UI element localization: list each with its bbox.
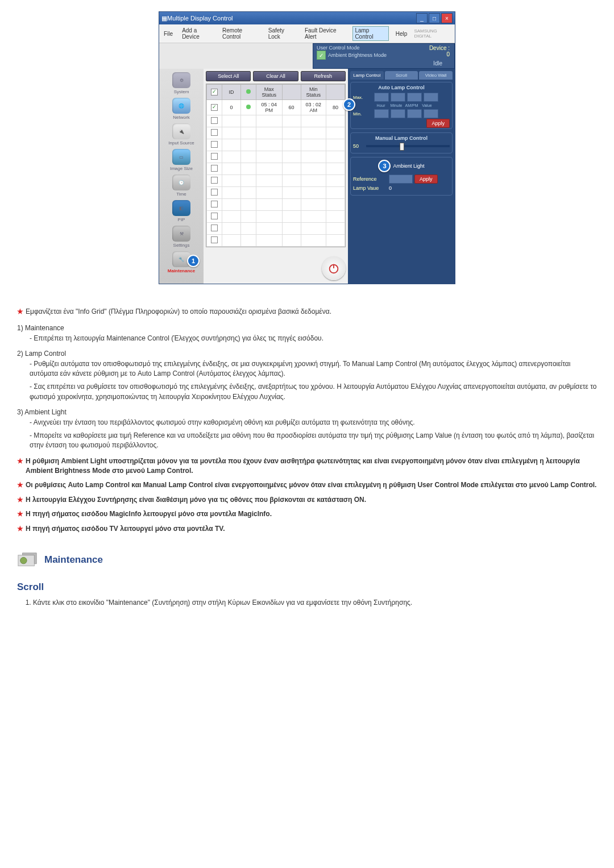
table-row[interactable] — [207, 187, 345, 199]
table-row[interactable] — [207, 151, 345, 163]
menu-add-device[interactable]: Add a Device — [180, 26, 215, 41]
table-row[interactable] — [207, 199, 345, 211]
menu-remote[interactable]: Remote Control — [220, 26, 262, 41]
sidebar-item-image-size[interactable]: ▭ Image Size — [162, 148, 201, 172]
row-checkbox[interactable] — [211, 141, 218, 148]
info-grid: ID Max Status Min Status 0 05 : 04 PM 60 — [206, 84, 346, 247]
note: ★Η λειτουργία Ελέγχου Συντήρησης είναι δ… — [17, 495, 597, 505]
sidebar-item-maintenance[interactable]: 🔧 1 Maintenance — [162, 250, 201, 275]
row-checkbox[interactable] — [211, 153, 218, 160]
table-row[interactable] — [207, 235, 345, 247]
table-row[interactable] — [207, 175, 345, 187]
tab-lamp-control[interactable]: Lamp Control — [350, 71, 384, 80]
sidebar-item-settings[interactable]: ⚒ Settings — [162, 225, 201, 249]
max-minute-select[interactable] — [391, 93, 405, 102]
star-icon: ★ — [17, 456, 23, 476]
device-count: Device : 0 — [421, 44, 454, 59]
row-checkbox[interactable] — [211, 201, 218, 207]
table-row[interactable] — [207, 163, 345, 175]
max-value-select[interactable] — [424, 93, 438, 102]
item-num: 2) — [17, 350, 23, 358]
min-minute-select[interactable] — [391, 109, 405, 118]
row-checkbox[interactable] — [211, 165, 218, 172]
item-title: Ambient Light — [24, 408, 66, 416]
max-hour-select[interactable] — [374, 93, 389, 102]
min-hour-select[interactable] — [374, 109, 389, 118]
sidebar-label: System — [162, 89, 201, 94]
row-checkbox[interactable] — [211, 236, 218, 243]
toolbar: Select All Clear All Refresh — [204, 69, 348, 84]
manual-lamp-section: Manual Lamp Control 50 — [350, 132, 453, 153]
table-row[interactable] — [207, 127, 345, 139]
sidebar-item-pip[interactable]: ◧ PIP — [162, 199, 201, 223]
row-checkbox[interactable] — [211, 177, 218, 184]
sidebar-label: Time — [162, 192, 201, 197]
sidebar-item-system[interactable]: ⚙ System — [162, 71, 201, 95]
manual-slider[interactable] — [366, 145, 450, 147]
ambient-title: Ambient Light — [393, 163, 424, 169]
power-icon[interactable] — [322, 256, 346, 280]
menu-safety[interactable]: Safety Lock — [266, 26, 298, 41]
sidebar-item-network[interactable]: 🌐 Network — [162, 97, 201, 121]
auto-apply-button[interactable]: Apply — [426, 119, 450, 128]
cell-maxv: 60 — [282, 100, 301, 115]
max-ampm-select[interactable] — [407, 93, 422, 102]
ambient-apply-button[interactable]: Apply — [414, 175, 438, 184]
select-all-button[interactable]: Select All — [206, 71, 251, 81]
item-num: 1) — [17, 324, 23, 332]
clear-all-button[interactable]: Clear All — [253, 71, 298, 81]
sidebar-label: Image Size — [162, 166, 201, 171]
refresh-button[interactable]: Refresh — [301, 71, 346, 81]
note: ★Η ρύθμιση Ambient Light υποστηρίζεται μ… — [17, 456, 597, 476]
menu-lamp-control[interactable]: Lamp Control — [352, 26, 388, 41]
menu-file[interactable]: File — [161, 30, 175, 38]
right-tabs: Lamp Control Scroll Video Wall — [350, 71, 453, 80]
lamp-value-label: Lamp Vaue — [353, 185, 387, 191]
app-window: ▦ Multiple Display Control _ □ × File Ad… — [159, 11, 455, 284]
titlebar: ▦ Multiple Display Control _ □ × — [159, 12, 455, 24]
close-button[interactable]: × — [441, 13, 453, 23]
sidebar-item-time[interactable]: 🕒 Time — [162, 173, 201, 198]
min-ampm-select[interactable] — [407, 109, 422, 118]
menu-help[interactable]: Help — [393, 30, 410, 38]
menu-fault[interactable]: Fault Device Alert — [302, 26, 348, 41]
col-max-status: Max Status — [256, 85, 283, 100]
row-checkbox[interactable] — [211, 189, 218, 196]
list-item-1: 1) Maintenance Επιτρέπει τη λειτουργία M… — [17, 323, 597, 343]
reference-select[interactable] — [389, 175, 413, 184]
image-size-icon: ▭ — [172, 149, 190, 165]
min-value-select[interactable] — [424, 109, 438, 118]
minimize-button[interactable]: _ — [416, 13, 428, 23]
tab-video-wall[interactable]: Video Wall — [419, 71, 453, 80]
maintenance-section-icon — [17, 551, 39, 569]
min-label: Min. — [353, 111, 372, 117]
col-min-status: Min Status — [301, 85, 326, 100]
table-row[interactable] — [207, 211, 345, 223]
sidebar-item-input-source[interactable]: 🔌 Input Source — [162, 122, 201, 147]
maximize-button[interactable]: □ — [429, 13, 440, 23]
row-checkbox[interactable] — [211, 213, 218, 219]
item-sub: Επιτρέπει τη λειτουργία Maintenance Cont… — [30, 334, 597, 343]
table-row[interactable] — [207, 139, 345, 151]
star-icon: ★ — [17, 495, 23, 505]
table-row[interactable]: 0 05 : 04 PM 60 03 : 02 AM 80 — [207, 100, 345, 115]
table-row[interactable] — [207, 223, 345, 235]
star-icon: ★ — [17, 480, 23, 490]
header-checkbox[interactable] — [211, 89, 218, 95]
row-checkbox[interactable] — [211, 225, 218, 231]
item-title: Maintenance — [25, 324, 64, 332]
row-checkbox[interactable] — [211, 129, 218, 136]
time-icon: 🕒 — [172, 175, 190, 190]
table-row[interactable] — [207, 115, 345, 127]
idle-status: Idle — [421, 59, 454, 68]
brand-logo: SAMSUNG DIGITAL — [414, 28, 453, 39]
cell-min: 03 : 02 AM — [301, 100, 326, 115]
row-checkbox[interactable] — [211, 104, 218, 111]
tab-scroll[interactable]: Scroll — [385, 71, 418, 80]
mode-ambient: Ambient Brightness Mode — [328, 52, 387, 58]
app-icon: ▦ — [161, 15, 167, 22]
item-sub: Ανιχνεύει την ένταση του περιβάλλοντος φ… — [30, 418, 597, 427]
intro-text: Εμφανίζεται ένα "Info Grid" (Πλέγμα Πληρ… — [26, 308, 331, 315]
row-checkbox[interactable] — [211, 117, 218, 124]
cell-minv: 80 — [326, 100, 345, 115]
